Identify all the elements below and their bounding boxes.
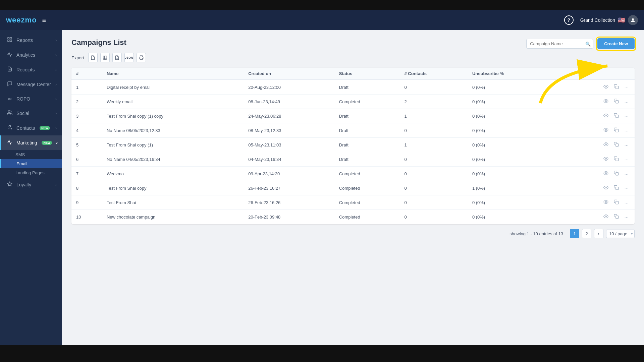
view-button[interactable]	[602, 112, 610, 120]
svg-rect-19	[616, 86, 619, 89]
more-button[interactable]: ···	[623, 141, 630, 148]
copy-button[interactable]	[612, 213, 620, 221]
row-name: Test From Shai copy (1)	[102, 138, 244, 152]
reports-icon	[6, 37, 13, 44]
view-button[interactable]	[602, 141, 610, 148]
more-button[interactable]: ···	[623, 113, 630, 120]
copy-button[interactable]	[612, 184, 620, 192]
row-status: Completed	[334, 195, 400, 210]
search-icon: 🔍	[585, 41, 591, 46]
svg-rect-1	[8, 38, 9, 39]
copy-button[interactable]	[612, 141, 620, 148]
view-button[interactable]	[602, 127, 610, 134]
view-button[interactable]	[602, 213, 610, 221]
reports-chevron: ›	[55, 38, 57, 42]
row-status: Draft	[334, 123, 400, 138]
svg-marker-9	[7, 182, 12, 186]
create-new-button[interactable]: Create New	[597, 38, 635, 49]
account-menu[interactable]: Grand Collection 🇺🇸	[580, 15, 638, 25]
copy-button[interactable]	[612, 112, 620, 120]
copy-button[interactable]	[612, 156, 620, 163]
sidebar-item-marketing[interactable]: Marketing NEW ∨	[0, 135, 62, 150]
sidebar-item-receipts[interactable]: Receipts ›	[0, 62, 62, 77]
table-row: 8 Test From Shai copy 26-Feb-23,16:27 Co…	[71, 181, 635, 195]
row-contacts: 0	[400, 123, 468, 138]
view-button[interactable]	[602, 199, 610, 206]
svg-rect-3	[8, 40, 9, 42]
row-contacts: 0	[400, 152, 468, 167]
more-button[interactable]: ···	[623, 214, 630, 221]
topbar: weezmo ≡ ? Grand Collection 🇺🇸	[0, 10, 644, 30]
row-name: Digital receipt by email	[102, 80, 244, 95]
more-button[interactable]: ···	[623, 199, 630, 206]
search-input[interactable]	[526, 39, 593, 49]
sidebar-item-ropo[interactable]: ∞ ROPO ›	[0, 92, 62, 106]
hamburger-icon[interactable]: ≡	[42, 16, 46, 24]
sidebar-sub-email[interactable]: Email	[0, 159, 62, 168]
row-num: 1	[71, 80, 102, 95]
page-1-button[interactable]: 1	[570, 229, 579, 238]
copy-button[interactable]	[612, 170, 620, 177]
sidebar-item-loyalty[interactable]: Loyalty ›	[0, 177, 62, 192]
export-pdf-button[interactable]	[112, 53, 122, 62]
row-num: 7	[71, 167, 102, 181]
sidebar-item-message-center[interactable]: Message Center ›	[0, 77, 62, 92]
message-center-chevron: ›	[55, 82, 57, 86]
view-button[interactable]	[602, 156, 610, 163]
copy-button[interactable]	[612, 199, 620, 206]
help-button[interactable]: ?	[564, 15, 574, 25]
row-created: 20-Feb-23,09:48	[244, 210, 334, 224]
row-name: Weezmo	[102, 167, 244, 181]
export-label: Export	[71, 55, 84, 60]
more-button[interactable]: ···	[623, 127, 630, 134]
copy-button[interactable]	[612, 98, 620, 105]
svg-rect-33	[616, 187, 619, 190]
export-csv-button[interactable]	[88, 53, 98, 62]
sidebar-item-contacts[interactable]: Contacts NEW ›	[0, 121, 62, 135]
row-actions-cell: ···	[555, 95, 635, 109]
sidebar-ropo-label: ROPO	[16, 96, 30, 102]
sidebar-item-analytics[interactable]: Analytics ›	[0, 48, 62, 62]
col-num: #	[71, 68, 102, 80]
row-actions-cell: ···	[555, 138, 635, 152]
svg-point-22	[605, 115, 607, 116]
sidebar-item-reports[interactable]: Reports ›	[0, 33, 62, 48]
export-bar: Export JSON	[71, 53, 635, 62]
sidebar-receipts-label: Receipts	[16, 67, 35, 72]
view-button[interactable]	[602, 83, 610, 91]
sidebar-item-social[interactable]: Social ›	[0, 106, 62, 121]
ropo-chevron: ›	[55, 97, 57, 101]
more-button[interactable]: ···	[623, 156, 630, 163]
sidebar-sub-landing-pages[interactable]: Landing Pages	[0, 168, 62, 177]
row-num: 2	[71, 95, 102, 109]
col-name: Name	[102, 68, 244, 80]
more-button[interactable]: ···	[623, 185, 630, 192]
col-status: Status	[334, 68, 400, 80]
svg-point-8	[9, 125, 10, 127]
export-print-button[interactable]	[137, 53, 146, 62]
more-button[interactable]: ···	[623, 98, 630, 105]
copy-button[interactable]	[612, 83, 620, 91]
export-json-button[interactable]: JSON	[124, 53, 134, 62]
more-button[interactable]: ···	[623, 170, 630, 177]
logo: weezmo	[6, 16, 37, 24]
svg-rect-21	[616, 101, 619, 103]
sidebar-sub-sms[interactable]: SMS	[0, 150, 62, 159]
per-page-select[interactable]: 10 / page 25 / page 50 / page	[606, 230, 635, 238]
view-button[interactable]	[602, 184, 610, 192]
row-actions-cell: ···	[555, 152, 635, 167]
sidebar-reports-label: Reports	[16, 38, 33, 43]
sidebar-contacts-label: Contacts	[16, 125, 35, 131]
row-name: Test From Shai	[102, 195, 244, 210]
view-button[interactable]	[602, 170, 610, 177]
analytics-icon	[6, 52, 13, 58]
page-2-button[interactable]: 2	[582, 229, 591, 238]
table-row: 9 Test From Shai 26-Feb-23,16:26 Complet…	[71, 195, 635, 210]
export-xls-button[interactable]	[100, 53, 110, 62]
loyalty-icon	[6, 181, 13, 188]
view-button[interactable]	[602, 98, 610, 105]
more-button[interactable]: ···	[623, 84, 630, 91]
page-next-button[interactable]: ›	[594, 229, 603, 238]
copy-button[interactable]	[612, 127, 620, 134]
receipts-icon	[6, 66, 13, 73]
